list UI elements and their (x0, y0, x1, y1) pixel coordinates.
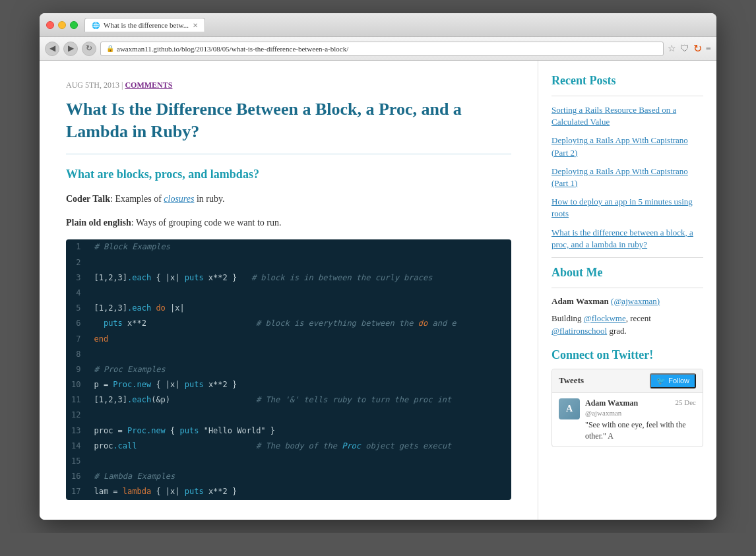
line-number: 15 (66, 454, 88, 469)
about-me-title: About Me (551, 266, 703, 280)
line-number: 12 (66, 408, 88, 423)
line-number: 7 (66, 332, 88, 347)
tab-close-icon[interactable]: ✕ (193, 22, 198, 29)
nav-icons: ☆ 🛡 ↻ ≡ (668, 42, 711, 55)
tab-favicon: 🌐 (92, 22, 100, 29)
active-tab[interactable]: 🌐 What is the difference betw... ✕ (84, 18, 205, 32)
menu-icon[interactable]: ≡ (706, 44, 711, 54)
about-me-bio: Building @flockwme, recent @flatironscho… (551, 312, 703, 338)
tweets-widget: Tweets 🐦 Follow A 25 Dec Adam Waxman @aj… (551, 369, 703, 448)
code-line: 10p = Proc.new { |x| puts x**2 } (66, 377, 511, 392)
back-button[interactable]: ◀ (45, 42, 59, 56)
tweet-text: "See with one eye, feel with the other."… (585, 419, 696, 442)
tweet-avatar: A (559, 398, 580, 419)
author-name: Adam Waxman (551, 296, 609, 306)
coder-talk-end: in ruby. (194, 194, 224, 204)
section-heading: What are blocks, procs, and lambdas? (66, 168, 511, 181)
window-controls (46, 21, 78, 29)
recent-post-link[interactable]: How to deploy an app in 5 minutes using … (551, 196, 703, 220)
line-content: [1,2,3].each do |x| (88, 301, 511, 316)
comments-link[interactable]: COMMENTS (125, 80, 172, 90)
url-text: awaxman11.github.io/blog/2013/08/05/what… (117, 45, 348, 53)
follow-button[interactable]: 🐦 Follow (650, 373, 696, 388)
title-divider (66, 154, 511, 154)
code-line: 16# Lambda Examples (66, 469, 511, 484)
tweet-user-handle: @ajwaxman (585, 409, 621, 417)
refresh-button[interactable]: ↻ (82, 42, 96, 56)
line-content: lam = lambda { |x| puts x**2 } (88, 484, 511, 499)
tweet-user-name: Adam Waxman (585, 398, 638, 408)
code-line: 2 (66, 255, 511, 270)
code-line: 12 (66, 408, 511, 423)
content-area: AUG 5TH, 2013 | COMMENTS What Is the Dif… (40, 61, 716, 520)
main-content: AUG 5TH, 2013 | COMMENTS What Is the Dif… (40, 61, 538, 520)
recent-posts-divider (551, 96, 703, 96)
follow-label: Follow (668, 377, 689, 385)
line-number: 11 (66, 392, 88, 408)
flatironschool-link[interactable]: @flatironschool (551, 326, 607, 336)
code-line: 3[1,2,3].each { |x| puts x**2 } # block … (66, 270, 511, 286)
minimize-button[interactable] (58, 21, 66, 29)
bio-mid: , recent (626, 313, 651, 323)
recent-posts-list: Sorting a Rails Resource Based on a Calc… (551, 104, 703, 251)
reload-icon[interactable]: ↻ (693, 42, 702, 55)
twitter-bird-icon: 🐦 (656, 377, 666, 385)
forward-button[interactable]: ▶ (63, 42, 78, 56)
line-content (88, 454, 511, 469)
pocket-icon[interactable]: 🛡 (680, 44, 689, 54)
address-bar[interactable]: 🔒 awaxman11.github.io/blog/2013/08/05/wh… (100, 42, 664, 56)
line-number: 3 (66, 270, 88, 286)
line-content: puts x**2 # block is everything between … (88, 316, 511, 331)
back-icon: ◀ (49, 44, 55, 53)
tweets-label: Tweets (559, 375, 584, 386)
post-meta: AUG 5TH, 2013 | COMMENTS (66, 80, 511, 90)
closures-link[interactable]: closures (164, 194, 194, 204)
bookmark-icon[interactable]: ☆ (668, 43, 676, 54)
code-line: 15 (66, 454, 511, 469)
author-handle-link[interactable]: (@ajwaxman) (611, 296, 660, 306)
line-content: p = Proc.new { |x| puts x**2 } (88, 377, 511, 392)
tweet-body: 25 Dec Adam Waxman @ajwaxman "See with o… (585, 398, 696, 442)
line-number: 2 (66, 255, 88, 270)
line-number: 9 (66, 362, 88, 377)
recent-post-link[interactable]: Deploying a Rails App With Capistrano (P… (551, 166, 703, 189)
tweet-date: 25 Dec (676, 398, 696, 406)
flockwme-link[interactable]: @flockwme (584, 313, 626, 323)
line-number: 5 (66, 301, 88, 316)
line-content: proc = Proc.new { puts "Hello World" } (88, 423, 511, 439)
line-content (88, 408, 511, 423)
line-number: 10 (66, 377, 88, 392)
code-line: 14proc.call # The body of the Proc objec… (66, 439, 511, 454)
line-content (88, 255, 511, 270)
line-content (88, 347, 511, 362)
maximize-button[interactable] (70, 21, 78, 29)
date-separator: | (121, 80, 123, 90)
line-number: 1 (66, 239, 88, 255)
title-bar: 🌐 What is the difference betw... ✕ (40, 13, 716, 37)
twitter-title: Connect on Twitter! (551, 348, 703, 362)
tab-title: What is the difference betw... (104, 21, 189, 29)
close-button[interactable] (46, 21, 54, 29)
line-content: # Lambda Examples (88, 469, 511, 484)
line-content: # Block Examples (88, 239, 511, 255)
code-line: 5[1,2,3].each do |x| (66, 301, 511, 316)
line-number: 8 (66, 347, 88, 362)
recent-post-link[interactable]: Sorting a Rails Resource Based on a Calc… (551, 104, 703, 128)
code-block: 1# Block Examples23[1,2,3].each { |x| pu… (66, 239, 511, 499)
tweet-item: A 25 Dec Adam Waxman @ajwaxman "See with… (552, 393, 703, 447)
line-number: 13 (66, 423, 88, 439)
post-date: AUG 5TH, 2013 (66, 80, 119, 90)
line-content: end (88, 332, 511, 347)
recent-post-link[interactable]: Deploying a Rails App With Capistrano (P… (551, 135, 703, 158)
code-line: 7end (66, 332, 511, 347)
nav-bar: ◀ ▶ ↻ 🔒 awaxman11.github.io/blog/2013/08… (40, 37, 716, 61)
coder-talk-paragraph: Coder Talk: Examples of closures in ruby… (66, 192, 511, 206)
refresh-icon: ↻ (86, 44, 92, 53)
tab-bar: 🌐 What is the difference betw... ✕ (84, 18, 710, 32)
line-content: proc.call # The body of the Proc object … (88, 439, 511, 454)
recent-post-link[interactable]: What is the difference between a block, … (551, 227, 703, 251)
line-content: [1,2,3].each(&p) # The '&' tells ruby to… (88, 392, 511, 408)
line-number: 14 (66, 439, 88, 454)
code-line: 13proc = Proc.new { puts "Hello World" } (66, 423, 511, 439)
line-content: [1,2,3].each { |x| puts x**2 } # block i… (88, 270, 511, 286)
